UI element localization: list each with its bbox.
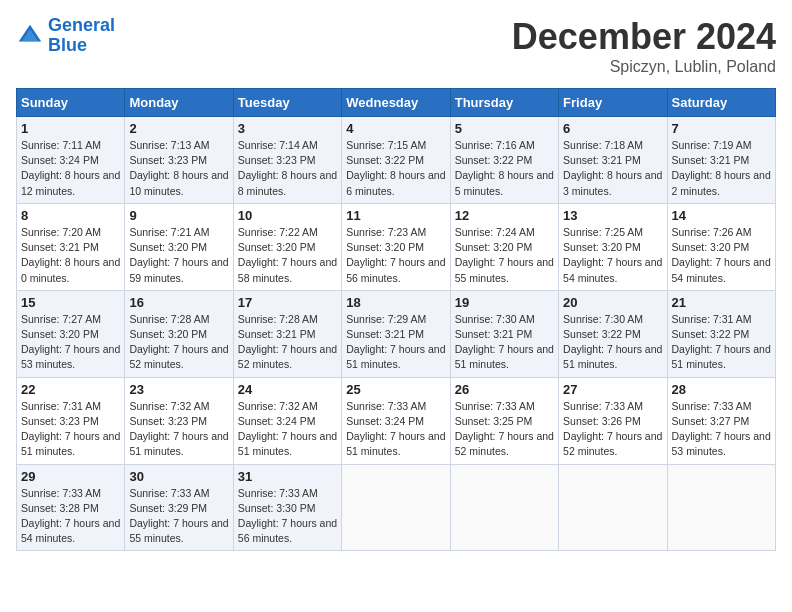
calendar-cell [342,464,450,551]
day-info: Sunrise: 7:32 AM Sunset: 3:23 PM Dayligh… [129,399,228,460]
day-info: Sunrise: 7:19 AM Sunset: 3:21 PM Dayligh… [672,138,771,199]
day-info: Sunrise: 7:33 AM Sunset: 3:26 PM Dayligh… [563,399,662,460]
calendar-cell: 6 Sunrise: 7:18 AM Sunset: 3:21 PM Dayli… [559,117,667,204]
day-info: Sunrise: 7:31 AM Sunset: 3:22 PM Dayligh… [672,312,771,373]
day-number: 31 [238,469,337,484]
day-number: 17 [238,295,337,310]
title-block: December 2024 Spiczyn, Lublin, Poland [512,16,776,76]
calendar-week-row: 8 Sunrise: 7:20 AM Sunset: 3:21 PM Dayli… [17,203,776,290]
day-number: 7 [672,121,771,136]
calendar-table: SundayMondayTuesdayWednesdayThursdayFrid… [16,88,776,551]
day-number: 30 [129,469,228,484]
calendar-cell: 31 Sunrise: 7:33 AM Sunset: 3:30 PM Dayl… [233,464,341,551]
day-info: Sunrise: 7:30 AM Sunset: 3:22 PM Dayligh… [563,312,662,373]
logo-text: General Blue [48,16,115,56]
day-number: 4 [346,121,445,136]
weekday-header: Sunday [17,89,125,117]
calendar-cell: 18 Sunrise: 7:29 AM Sunset: 3:21 PM Dayl… [342,290,450,377]
calendar-cell: 26 Sunrise: 7:33 AM Sunset: 3:25 PM Dayl… [450,377,558,464]
day-info: Sunrise: 7:33 AM Sunset: 3:29 PM Dayligh… [129,486,228,547]
calendar-cell: 29 Sunrise: 7:33 AM Sunset: 3:28 PM Dayl… [17,464,125,551]
calendar-cell: 3 Sunrise: 7:14 AM Sunset: 3:23 PM Dayli… [233,117,341,204]
day-info: Sunrise: 7:29 AM Sunset: 3:21 PM Dayligh… [346,312,445,373]
day-number: 12 [455,208,554,223]
calendar-cell [559,464,667,551]
day-number: 1 [21,121,120,136]
calendar-cell: 27 Sunrise: 7:33 AM Sunset: 3:26 PM Dayl… [559,377,667,464]
day-number: 6 [563,121,662,136]
calendar-cell: 16 Sunrise: 7:28 AM Sunset: 3:20 PM Dayl… [125,290,233,377]
page-header: General Blue December 2024 Spiczyn, Lubl… [16,16,776,76]
calendar-cell [450,464,558,551]
day-info: Sunrise: 7:33 AM Sunset: 3:24 PM Dayligh… [346,399,445,460]
calendar-cell: 11 Sunrise: 7:23 AM Sunset: 3:20 PM Dayl… [342,203,450,290]
calendar-cell: 17 Sunrise: 7:28 AM Sunset: 3:21 PM Dayl… [233,290,341,377]
location-subtitle: Spiczyn, Lublin, Poland [512,58,776,76]
calendar-cell: 25 Sunrise: 7:33 AM Sunset: 3:24 PM Dayl… [342,377,450,464]
calendar-week-row: 22 Sunrise: 7:31 AM Sunset: 3:23 PM Dayl… [17,377,776,464]
day-info: Sunrise: 7:33 AM Sunset: 3:25 PM Dayligh… [455,399,554,460]
weekday-header: Saturday [667,89,775,117]
day-number: 16 [129,295,228,310]
day-info: Sunrise: 7:20 AM Sunset: 3:21 PM Dayligh… [21,225,120,286]
weekday-header-row: SundayMondayTuesdayWednesdayThursdayFrid… [17,89,776,117]
calendar-cell: 14 Sunrise: 7:26 AM Sunset: 3:20 PM Dayl… [667,203,775,290]
day-info: Sunrise: 7:23 AM Sunset: 3:20 PM Dayligh… [346,225,445,286]
weekday-header: Wednesday [342,89,450,117]
calendar-cell: 28 Sunrise: 7:33 AM Sunset: 3:27 PM Dayl… [667,377,775,464]
logo-icon [16,22,44,50]
day-info: Sunrise: 7:14 AM Sunset: 3:23 PM Dayligh… [238,138,337,199]
day-info: Sunrise: 7:33 AM Sunset: 3:28 PM Dayligh… [21,486,120,547]
day-number: 26 [455,382,554,397]
calendar-cell: 21 Sunrise: 7:31 AM Sunset: 3:22 PM Dayl… [667,290,775,377]
calendar-cell: 19 Sunrise: 7:30 AM Sunset: 3:21 PM Dayl… [450,290,558,377]
day-number: 15 [21,295,120,310]
day-info: Sunrise: 7:27 AM Sunset: 3:20 PM Dayligh… [21,312,120,373]
day-info: Sunrise: 7:28 AM Sunset: 3:20 PM Dayligh… [129,312,228,373]
day-info: Sunrise: 7:30 AM Sunset: 3:21 PM Dayligh… [455,312,554,373]
weekday-header: Friday [559,89,667,117]
day-info: Sunrise: 7:16 AM Sunset: 3:22 PM Dayligh… [455,138,554,199]
day-number: 29 [21,469,120,484]
day-number: 18 [346,295,445,310]
day-number: 9 [129,208,228,223]
day-info: Sunrise: 7:31 AM Sunset: 3:23 PM Dayligh… [21,399,120,460]
calendar-cell: 5 Sunrise: 7:16 AM Sunset: 3:22 PM Dayli… [450,117,558,204]
day-info: Sunrise: 7:18 AM Sunset: 3:21 PM Dayligh… [563,138,662,199]
day-number: 20 [563,295,662,310]
day-info: Sunrise: 7:15 AM Sunset: 3:22 PM Dayligh… [346,138,445,199]
calendar-cell: 24 Sunrise: 7:32 AM Sunset: 3:24 PM Dayl… [233,377,341,464]
calendar-cell: 7 Sunrise: 7:19 AM Sunset: 3:21 PM Dayli… [667,117,775,204]
day-info: Sunrise: 7:28 AM Sunset: 3:21 PM Dayligh… [238,312,337,373]
day-number: 13 [563,208,662,223]
day-info: Sunrise: 7:22 AM Sunset: 3:20 PM Dayligh… [238,225,337,286]
day-info: Sunrise: 7:24 AM Sunset: 3:20 PM Dayligh… [455,225,554,286]
day-info: Sunrise: 7:26 AM Sunset: 3:20 PM Dayligh… [672,225,771,286]
calendar-cell: 20 Sunrise: 7:30 AM Sunset: 3:22 PM Dayl… [559,290,667,377]
day-info: Sunrise: 7:11 AM Sunset: 3:24 PM Dayligh… [21,138,120,199]
day-number: 23 [129,382,228,397]
day-number: 19 [455,295,554,310]
calendar-cell: 8 Sunrise: 7:20 AM Sunset: 3:21 PM Dayli… [17,203,125,290]
day-number: 21 [672,295,771,310]
weekday-header: Thursday [450,89,558,117]
day-info: Sunrise: 7:33 AM Sunset: 3:30 PM Dayligh… [238,486,337,547]
month-title: December 2024 [512,16,776,58]
day-info: Sunrise: 7:32 AM Sunset: 3:24 PM Dayligh… [238,399,337,460]
weekday-header: Tuesday [233,89,341,117]
calendar-cell: 15 Sunrise: 7:27 AM Sunset: 3:20 PM Dayl… [17,290,125,377]
day-number: 28 [672,382,771,397]
calendar-cell: 30 Sunrise: 7:33 AM Sunset: 3:29 PM Dayl… [125,464,233,551]
day-number: 2 [129,121,228,136]
day-number: 5 [455,121,554,136]
day-info: Sunrise: 7:33 AM Sunset: 3:27 PM Dayligh… [672,399,771,460]
day-number: 11 [346,208,445,223]
day-info: Sunrise: 7:25 AM Sunset: 3:20 PM Dayligh… [563,225,662,286]
day-number: 22 [21,382,120,397]
day-number: 14 [672,208,771,223]
calendar-cell: 2 Sunrise: 7:13 AM Sunset: 3:23 PM Dayli… [125,117,233,204]
calendar-cell: 22 Sunrise: 7:31 AM Sunset: 3:23 PM Dayl… [17,377,125,464]
day-number: 27 [563,382,662,397]
day-info: Sunrise: 7:13 AM Sunset: 3:23 PM Dayligh… [129,138,228,199]
calendar-cell: 10 Sunrise: 7:22 AM Sunset: 3:20 PM Dayl… [233,203,341,290]
